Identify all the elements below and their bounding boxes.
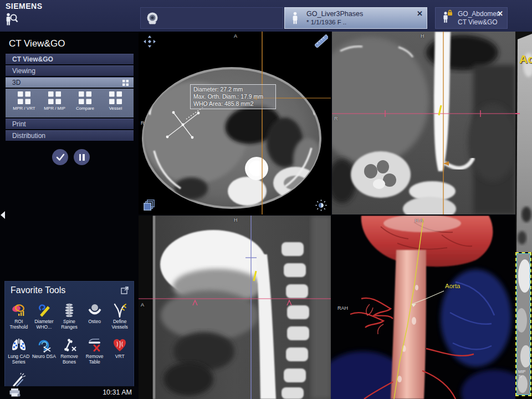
confirm-button[interactable]: [52, 149, 68, 165]
measurement-who-area: WHO Area: 485.8 mm2: [193, 100, 273, 108]
quad-layout-icon: [48, 91, 62, 105]
tab-abdomen[interactable]: GO_Abdomen CT View&GO ✕: [435, 7, 508, 29]
menu-label: Viewing: [12, 67, 35, 75]
sidebar-collapse-arrow[interactable]: [1, 211, 5, 219]
layout-tools-panel: MPR / VRT MPR / MIP Compare: [6, 89, 134, 117]
top-bar: SIEMENS: [0, 0, 532, 32]
brightness-icon[interactable]: [315, 199, 328, 214]
disc-icon: [145, 11, 160, 25]
pause-button[interactable]: [74, 149, 90, 165]
tab-title: GO_Liver3Phases: [306, 10, 363, 19]
tool-label: Neuro DSA: [32, 354, 56, 359]
layout-compare[interactable]: Compare: [70, 91, 100, 117]
tab-subtitle: * 1/1/1936 F ..: [306, 18, 363, 26]
layout-label: Vessel: [109, 106, 122, 111]
layout-mpr-mip[interactable]: MPR / MIP: [39, 91, 70, 117]
pause-icon: [79, 154, 85, 161]
workflow-actions: [52, 149, 90, 165]
quad-layout-icon: [109, 91, 122, 105]
tab-liver3phases[interactable]: GO_Liver3Phases * 1/1/1936 F .. ✕: [284, 7, 427, 29]
menu-item-print[interactable]: Print: [6, 119, 134, 129]
favorite-tools-grid: ROI Treshold Diameter WHO...: [5, 299, 134, 399]
tool-remove-bones[interactable]: Remove Bones: [57, 335, 82, 370]
clock-time: 10:31 AM: [103, 388, 132, 396]
tool-spine-ranges[interactable]: Spine Ranges: [57, 300, 82, 335]
measurement-max-orth: Max. Orth. Diam.: 17.9 mm: [193, 93, 273, 100]
favorite-tools-panel: Favorite Tools: [4, 281, 134, 399]
tool-lung-cad-series[interactable]: Lung CAD Series: [6, 335, 32, 370]
axial-crosshair-overlay[interactable]: [139, 32, 331, 214]
popout-icon[interactable]: [121, 287, 129, 296]
orientation-label-top: H A: [415, 218, 423, 223]
orientation-label-left: A: [141, 302, 144, 308]
viewport-sagittal[interactable]: H A: [139, 216, 331, 399]
tool-label: Lung CAD Series: [6, 354, 32, 365]
viewport-vrt-3d[interactable]: H A RAH Aorta: [331, 216, 515, 399]
app-window: SIEMENS: [0, 0, 532, 399]
viewport-axial[interactable]: A R Diameter: 27.2 mm Max. Orth. Diam.: …: [139, 32, 331, 214]
ruler-icon[interactable]: [315, 34, 328, 50]
lung-cad-icon: [11, 337, 27, 352]
layout-vessel[interactable]: Vessel: [100, 91, 131, 117]
osteo-icon: [86, 303, 103, 318]
orientation-label-left: R: [141, 120, 145, 126]
vessel-measurement-annotation[interactable]: Diameter: 27.2 mm Max. Orth. Diam.: 17.9…: [190, 84, 276, 109]
tool-label: Remove Table: [82, 354, 108, 365]
crosshair-tick: [515, 113, 520, 114]
patient-search-icon[interactable]: [4, 12, 19, 27]
printer-icon[interactable]: [9, 388, 21, 399]
spine-ranges-icon: [61, 303, 78, 318]
tool-neuro-dsa[interactable]: Neuro DSA: [32, 335, 57, 370]
menu-label: Print: [12, 120, 26, 128]
stack-icon[interactable]: [143, 199, 156, 214]
neuro-dsa-icon: [35, 337, 52, 352]
vrt-heart-icon: [111, 337, 128, 352]
quad-layout-icon: [78, 91, 92, 105]
layout-mpr-vrt[interactable]: MPR / VRT: [9, 91, 39, 117]
layout-label: MPR / MIP: [44, 106, 65, 111]
patient-icon: [291, 12, 299, 24]
orientation-label-left: RAH: [337, 305, 348, 311]
siemens-logo: SIEMENS: [6, 2, 43, 11]
tool-remove-table[interactable]: Remove Table: [82, 335, 108, 370]
define-vessels-icon: [111, 303, 128, 318]
tool-define-vessels[interactable]: Define Vessels: [107, 300, 132, 335]
left-sidebar: CT View&GO CT View&GO Viewing 3D: [0, 32, 139, 399]
diameter-who-icon: [35, 303, 52, 318]
menu-item-ct-viewgo[interactable]: CT View&GO: [6, 54, 134, 64]
close-icon[interactable]: ✕: [497, 9, 503, 18]
vrt-centerline-overlay[interactable]: [331, 216, 515, 399]
strip-selection-box[interactable]: MIP Tr: [515, 252, 531, 396]
quad-layout-icon: [17, 91, 31, 105]
strip-selection-inner: MIP Tr: [516, 253, 530, 395]
tool-osteo[interactable]: Osteo: [82, 300, 108, 335]
menu-item-3d[interactable]: 3D: [6, 77, 134, 88]
page-title: CT View&GO: [9, 38, 65, 49]
menu-item-viewing[interactable]: Viewing: [6, 65, 134, 76]
tool-label: Diameter WHO...: [32, 319, 57, 330]
strip-bottom-label: MIP Tr: [518, 369, 530, 379]
patient-search-glyph: [4, 12, 19, 27]
viewport-coronal[interactable]: H R: [332, 32, 515, 214]
measurement-diameter: Diameter: 27.2 mm: [193, 86, 273, 93]
aorta-finding-label[interactable]: Aorta: [445, 283, 461, 289]
pan-icon[interactable]: [143, 35, 156, 50]
tool-diameter-who[interactable]: Diameter WHO...: [32, 300, 57, 335]
coronal-crosshair-overlay[interactable]: [332, 32, 515, 214]
tab-text: GO_Abdomen CT View&GO: [458, 10, 500, 27]
menu-item-distribution[interactable]: Distribution: [6, 130, 134, 141]
orientation-label-top: H: [421, 33, 424, 39]
tool-label: Define Vessels: [107, 319, 132, 330]
side-strip-viewport[interactable]: Ac MIP Tr: [515, 32, 532, 399]
tool-roi-threshold[interactable]: ROI Treshold: [6, 300, 32, 335]
tab-slot-empty[interactable]: [140, 7, 283, 29]
sagittal-crosshair-overlay[interactable]: [139, 216, 331, 399]
layout-label: Compare: [76, 106, 94, 111]
tool-label: VRT: [115, 354, 125, 359]
close-icon[interactable]: ✕: [417, 9, 423, 18]
tool-vrt[interactable]: VRT: [107, 335, 132, 370]
orientation-label-left: R: [334, 116, 338, 121]
workflow-menu: CT View&GO Viewing 3D MPR / VRT: [6, 54, 134, 142]
tab-text: GO_Liver3Phases * 1/1/1936 F ..: [306, 10, 363, 27]
status-bar: 10:31 AM: [0, 386, 139, 399]
